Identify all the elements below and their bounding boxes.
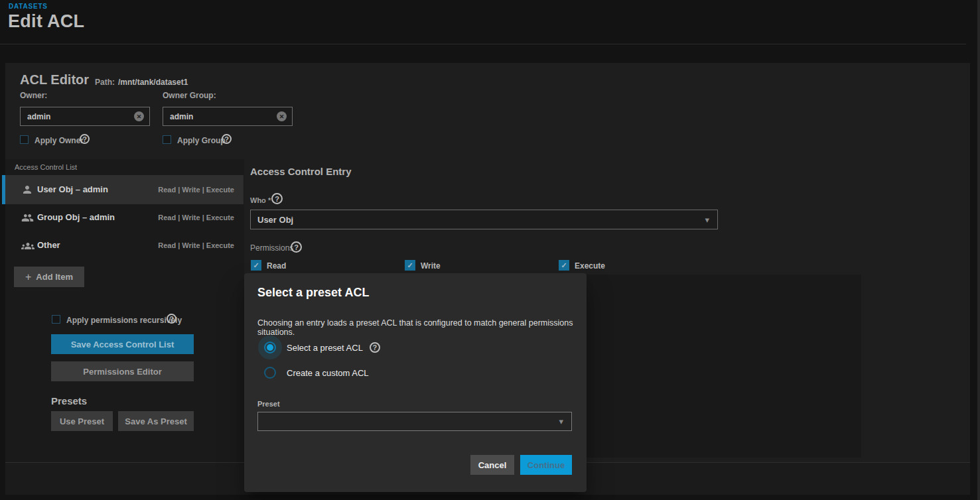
apply-group-checkbox[interactable] [163, 135, 171, 144]
use-preset-button[interactable]: Use Preset [51, 411, 113, 431]
continue-button[interactable]: Continue [520, 455, 572, 475]
permissions-editor-button[interactable]: Permissions Editor [51, 361, 194, 381]
custom-acl-radio[interactable] [264, 367, 276, 379]
acl-editor-title: ACL Editor [20, 72, 89, 88]
select-preset-acl-dialog: Select a preset ACL Choosing an entry lo… [244, 273, 587, 492]
page-title: Edit ACL [8, 11, 84, 32]
edit-acl-page: DATASETS Edit ACL ACL Editor Path:/mnt/t… [0, 0, 980, 500]
save-acl-button[interactable]: Save Access Control List [51, 334, 194, 354]
read-label: Read [267, 261, 286, 271]
owner-group-input[interactable]: admin ✕ [163, 107, 293, 126]
clear-owner-group-icon[interactable]: ✕ [277, 111, 287, 121]
radio-row-preset: Select a preset ACL ? [258, 336, 380, 359]
apply-owner-help-icon[interactable]: ? [80, 134, 90, 144]
plus-icon: + [25, 271, 31, 283]
person-icon [21, 184, 33, 198]
save-as-preset-button[interactable]: Save As Preset [118, 411, 194, 431]
acl-item-name: User Obj – admin [37, 184, 108, 194]
dataset-path: Path:/mnt/tank/dataset1 [95, 78, 188, 87]
who-select-value: User Obj [257, 215, 705, 225]
cancel-button[interactable]: Cancel [470, 455, 514, 475]
radio-halo [258, 361, 282, 385]
dialog-description: Choosing an entry loads a preset ACL tha… [257, 318, 587, 337]
groups-icon [21, 239, 35, 255]
ace-title: Access Control Entry [250, 166, 352, 177]
chevron-down-icon: ▾ [705, 215, 709, 225]
radio-row-custom: Create a custom ACL [258, 361, 369, 385]
acl-item-perms: Read | Write | Execute [158, 214, 234, 221]
permissions-help-icon[interactable]: ? [291, 241, 302, 253]
owner-input-value: admin [27, 112, 134, 121]
apply-group-label: Apply Group [177, 136, 226, 145]
who-help-icon[interactable]: ? [271, 193, 283, 204]
preset-acl-radio-label: Select a preset ACL [287, 343, 363, 353]
who-select[interactable]: User Obj ▾ [250, 210, 718, 229]
write-checkbox[interactable]: ✓ [405, 260, 415, 271]
apply-recursive-checkbox[interactable] [52, 315, 60, 324]
preset-acl-radio[interactable] [264, 342, 276, 353]
preset-acl-help-icon[interactable]: ? [370, 342, 380, 353]
path-value: /mnt/tank/dataset1 [118, 78, 188, 87]
radio-dot [267, 344, 273, 351]
apply-group-help-icon[interactable]: ? [222, 134, 232, 144]
acl-item-perms: Read | Write | Execute [158, 241, 234, 249]
acl-list-item-user-obj[interactable]: User Obj – admin Read | Write | Execute [2, 175, 244, 204]
acl-item-perms: Read | Write | Execute [158, 186, 234, 194]
path-label: Path: [95, 78, 115, 87]
add-item-button[interactable]: + Add Item [14, 267, 84, 287]
presets-title: Presets [51, 395, 87, 406]
acl-list-title: Access Control List [15, 163, 77, 171]
custom-acl-radio-label: Create a custom ACL [287, 368, 369, 378]
scrollbar[interactable] [977, 0, 980, 500]
radio-halo [258, 336, 282, 359]
acl-list-item-group-obj[interactable]: Group Obj – admin Read | Write | Execute [2, 203, 244, 232]
acl-item-name: Other [37, 240, 60, 250]
acl-item-name: Group Obj – admin [37, 212, 115, 222]
apply-owner-checkbox[interactable] [20, 135, 29, 144]
read-checkbox[interactable]: ✓ [251, 260, 261, 271]
owner-input[interactable]: admin ✕ [20, 107, 150, 126]
who-label: Who * [250, 196, 271, 204]
breadcrumb[interactable]: DATASETS [9, 3, 48, 10]
people-icon [21, 212, 34, 227]
apply-owner-label: Apply Owner [35, 136, 84, 145]
chevron-down-icon: ▾ [559, 416, 563, 426]
execute-checkbox[interactable]: ✓ [559, 260, 569, 271]
owner-label: Owner: [20, 91, 47, 100]
add-item-label: Add Item [36, 272, 73, 282]
acl-list-item-other[interactable]: Other Read | Write | Execute [2, 231, 244, 260]
execute-label: Execute [575, 261, 605, 271]
owner-group-label: Owner Group: [163, 91, 216, 100]
apply-recursive-help-icon[interactable]: ? [167, 314, 176, 324]
clear-owner-icon[interactable]: ✕ [134, 111, 144, 121]
owner-group-input-value: admin [170, 112, 277, 121]
preset-label: Preset [257, 400, 280, 408]
preset-select[interactable]: ▾ [257, 412, 572, 431]
apply-recursive-label: Apply permissions recursively [66, 316, 182, 325]
write-label: Write [421, 261, 441, 271]
permissions-label: Permissions [250, 243, 293, 253]
dialog-title: Select a preset ACL [257, 286, 369, 300]
header-divider [0, 44, 966, 44]
